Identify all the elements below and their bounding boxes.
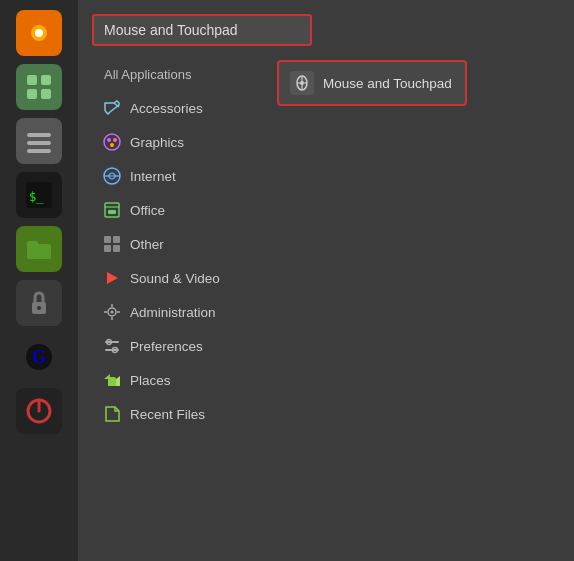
svg-rect-7 (27, 133, 51, 137)
main-content: All ApplicationsAccessoriesGraphicsInter… (78, 0, 574, 561)
terminal-icon[interactable]: $_ (16, 172, 62, 218)
category-label-administration: Administration (130, 305, 216, 320)
soundvideo-category-icon (102, 268, 122, 288)
svg-point-20 (107, 138, 111, 142)
category-graphics[interactable]: Graphics (92, 125, 267, 159)
waffle-icon[interactable] (16, 64, 62, 110)
category-label-graphics: Graphics (130, 135, 184, 150)
category-label-other: Other (130, 237, 164, 252)
office-category-icon (102, 200, 122, 220)
category-recent-files[interactable]: Recent Files (92, 397, 267, 431)
svg-text:G: G (32, 347, 46, 367)
svg-rect-8 (27, 141, 51, 145)
category-label-preferences: Preferences (130, 339, 203, 354)
result-label-mouse-touchpad-result: Mouse and Touchpad (323, 76, 452, 91)
svg-point-13 (37, 306, 41, 310)
svg-point-19 (104, 134, 120, 150)
category-all-applications[interactable]: All Applications (92, 60, 267, 89)
accessories-category-icon (102, 98, 122, 118)
category-office[interactable]: Office (92, 193, 267, 227)
svg-rect-30 (104, 245, 111, 252)
svg-rect-27 (108, 210, 116, 214)
folder-icon[interactable] (16, 226, 62, 272)
taskbar: $_G (0, 0, 78, 561)
svg-rect-4 (41, 75, 51, 85)
category-label-all-applications: All Applications (104, 67, 191, 82)
svg-marker-32 (107, 272, 118, 284)
result-icon-mouse-touchpad-result (289, 70, 315, 96)
category-label-office: Office (130, 203, 165, 218)
other-category-icon (102, 234, 122, 254)
category-accessories[interactable]: Accessories (92, 91, 267, 125)
content-area: All ApplicationsAccessoriesGraphicsInter… (92, 60, 560, 547)
lock-icon[interactable] (16, 280, 62, 326)
category-sound-video[interactable]: Sound & Video (92, 261, 267, 295)
category-label-accessories: Accessories (130, 101, 203, 116)
search-clear-button[interactable] (294, 26, 310, 34)
svg-rect-9 (27, 149, 51, 153)
svg-point-2 (35, 29, 43, 37)
search-input[interactable] (94, 16, 294, 44)
svg-point-21 (113, 138, 117, 142)
uitools-icon[interactable] (16, 118, 62, 164)
firefox-icon[interactable] (16, 10, 62, 56)
category-places[interactable]: Places (92, 363, 267, 397)
internet-category-icon (102, 166, 122, 186)
prefs-category-icon (102, 336, 122, 356)
svg-rect-5 (27, 89, 37, 99)
category-label-sound-video: Sound & Video (130, 271, 220, 286)
power-icon[interactable] (16, 388, 62, 434)
category-other[interactable]: Other (92, 227, 267, 261)
category-label-places: Places (130, 373, 171, 388)
admin-category-icon (102, 302, 122, 322)
category-preferences[interactable]: Preferences (92, 329, 267, 363)
svg-text:$_: $_ (29, 190, 44, 204)
svg-rect-6 (41, 89, 51, 99)
search-input-wrapper (92, 14, 312, 46)
mouse-touchpad-result[interactable]: Mouse and Touchpad (277, 60, 467, 106)
svg-rect-29 (113, 236, 120, 243)
category-internet[interactable]: Internet (92, 159, 267, 193)
svg-rect-28 (104, 236, 111, 243)
svg-point-47 (300, 81, 304, 85)
category-label-internet: Internet (130, 169, 176, 184)
svg-rect-3 (27, 75, 37, 85)
search-bar (92, 14, 560, 46)
places-category-icon (102, 370, 122, 390)
graphics-category-icon (102, 132, 122, 152)
recentfiles-category-icon (102, 404, 122, 424)
svg-rect-31 (113, 245, 120, 252)
category-list: All ApplicationsAccessoriesGraphicsInter… (92, 60, 267, 547)
svg-point-34 (111, 311, 114, 314)
results-area: Mouse and Touchpad (267, 60, 560, 547)
category-label-recent-files: Recent Files (130, 407, 205, 422)
svg-point-22 (110, 143, 114, 147)
grammarly-icon[interactable]: G (16, 334, 62, 380)
category-administration[interactable]: Administration (92, 295, 267, 329)
